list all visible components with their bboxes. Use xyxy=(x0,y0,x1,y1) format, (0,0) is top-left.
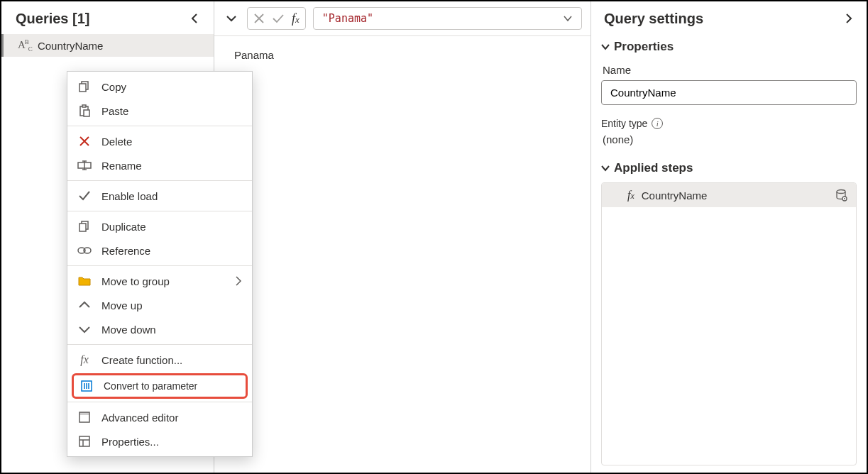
menu-separator xyxy=(67,344,252,345)
menu-properties[interactable]: Properties... xyxy=(67,429,252,453)
chevron-down-icon xyxy=(77,322,92,336)
menu-separator xyxy=(67,265,252,266)
menu-move-up[interactable]: Move up xyxy=(67,293,252,317)
formula-bar-collapse[interactable] xyxy=(223,10,240,27)
delete-icon xyxy=(77,134,92,148)
chevron-down-icon xyxy=(601,165,610,172)
text-type-icon: ABC xyxy=(18,38,32,53)
formula-bar: fx "Panama" xyxy=(214,1,590,36)
duplicate-icon xyxy=(77,219,92,233)
svg-rect-3 xyxy=(82,105,86,107)
menu-separator xyxy=(67,180,252,181)
menu-create-function[interactable]: fx Create function... xyxy=(67,348,252,372)
queries-header: Queries [1] xyxy=(1,6,214,34)
formula-dropdown-icon[interactable] xyxy=(563,15,573,22)
rename-icon xyxy=(77,158,92,172)
paste-icon xyxy=(77,104,92,118)
fx-icon: fx xyxy=(77,353,92,367)
svg-rect-10 xyxy=(79,224,86,231)
menu-move-down[interactable]: Move down xyxy=(67,317,252,341)
fx-label-icon: fx xyxy=(292,11,300,26)
info-icon[interactable]: i xyxy=(652,118,663,129)
step-label: CountryName xyxy=(642,189,708,202)
queries-collapse-button[interactable] xyxy=(187,10,204,27)
name-label: Name xyxy=(603,64,857,76)
copy-icon xyxy=(77,79,92,94)
menu-paste[interactable]: Paste xyxy=(67,99,252,123)
menu-enable-load[interactable]: Enable load xyxy=(67,184,252,208)
query-item-countryname[interactable]: ABC CountryName xyxy=(1,34,214,57)
step-settings-icon[interactable] xyxy=(835,189,847,202)
applied-step-row[interactable]: fx CountryName xyxy=(602,183,856,207)
menu-move-to-group[interactable]: Move to group xyxy=(67,269,252,293)
applied-steps-section-header[interactable]: Applied steps xyxy=(601,158,857,178)
fx-icon: fx xyxy=(627,189,634,202)
settings-header: Query settings xyxy=(601,6,857,37)
check-icon xyxy=(77,189,92,203)
menu-separator xyxy=(67,211,252,211)
menu-separator xyxy=(67,402,252,402)
reference-icon xyxy=(77,243,92,258)
svg-rect-19 xyxy=(79,436,89,446)
cancel-formula-icon[interactable] xyxy=(253,13,265,24)
svg-rect-4 xyxy=(84,110,89,116)
folder-icon xyxy=(77,274,92,288)
menu-reference[interactable]: Reference xyxy=(67,238,252,263)
main-panel: fx "Panama" Panama xyxy=(214,1,591,473)
properties-section-header[interactable]: Properties xyxy=(601,37,857,57)
menu-copy[interactable]: Copy xyxy=(67,75,252,99)
settings-panel: Query settings Properties Name Entity ty… xyxy=(591,1,867,473)
svg-point-24 xyxy=(844,198,845,199)
menu-separator xyxy=(67,126,252,126)
menu-rename[interactable]: Rename xyxy=(67,153,252,177)
svg-rect-1 xyxy=(79,84,86,92)
properties-icon xyxy=(77,434,92,448)
menu-duplicate[interactable]: Duplicate xyxy=(67,214,252,238)
applied-steps-list: fx CountryName xyxy=(601,182,857,465)
svg-rect-18 xyxy=(79,412,89,415)
entity-type-label: Entity type xyxy=(601,118,647,129)
queries-title: Queries [1] xyxy=(16,11,89,27)
settings-collapse-button[interactable] xyxy=(840,10,857,27)
commit-formula-icon[interactable] xyxy=(272,13,285,23)
formula-input[interactable]: "Panama" xyxy=(313,7,582,30)
context-menu: Copy Paste Delete Rename Enable lo xyxy=(67,71,253,457)
preview-value: Panama xyxy=(234,49,274,61)
name-input[interactable] xyxy=(601,80,857,105)
queries-panel: Queries [1] ABC CountryName Copy Paste D… xyxy=(1,1,214,473)
chevron-up-icon xyxy=(77,298,92,312)
preview-area: Panama xyxy=(214,36,590,74)
chevron-right-icon xyxy=(235,276,242,286)
entity-type-label-row: Entity type i xyxy=(601,118,857,129)
svg-point-22 xyxy=(837,190,845,194)
menu-advanced-editor[interactable]: Advanced editor xyxy=(67,405,252,429)
query-item-label: CountryName xyxy=(38,40,104,52)
entity-type-value: (none) xyxy=(603,133,857,145)
menu-delete[interactable]: Delete xyxy=(67,129,252,153)
parameter-icon xyxy=(79,379,94,393)
advanced-editor-icon xyxy=(77,410,92,424)
formula-actions: fx xyxy=(247,7,306,30)
chevron-down-icon xyxy=(601,43,610,50)
menu-convert-to-parameter[interactable]: Convert to parameter xyxy=(72,373,248,399)
settings-title: Query settings xyxy=(604,11,703,27)
